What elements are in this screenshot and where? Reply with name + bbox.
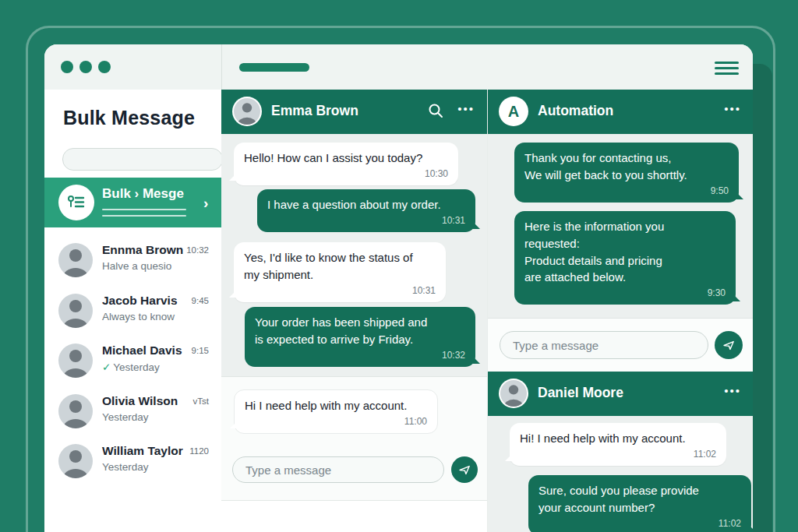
chat-title: Emma Brown xyxy=(271,103,358,119)
contact-preview-text: Yesterday xyxy=(113,361,160,373)
avatar xyxy=(499,379,528,408)
hamburger-menu-icon[interactable] xyxy=(715,62,739,78)
chat-menu-icon[interactable]: ••• xyxy=(724,102,741,115)
message-text: I have a question about my order. xyxy=(267,198,441,211)
contact-time: 9:15 xyxy=(192,346,209,355)
message-area-automation: Thank you for contacting us, We will get… xyxy=(488,134,753,318)
message-text: Hello! How can I assist you today? xyxy=(244,151,422,164)
contact-name: Ennma Brown xyxy=(102,243,183,257)
message-text: Thank you for contacting us, We will get… xyxy=(524,151,687,181)
chat-header-daniel: Daniel Moore ••• xyxy=(488,372,753,416)
message-time: 11:02 xyxy=(520,448,716,461)
contact-preview: ✓Yesterday xyxy=(102,361,160,373)
sidebar: Bulk Message Bulk › Mesge › xyxy=(44,90,222,532)
chat-header-automation: A Automation ••• xyxy=(488,90,753,134)
contact-time: 1120 xyxy=(189,446,209,456)
window-control-dots[interactable] xyxy=(61,61,111,73)
avatar xyxy=(232,97,262,126)
avatar xyxy=(58,444,93,478)
topbar-divider xyxy=(221,44,222,90)
page-title: Bulk Message xyxy=(63,107,195,129)
message-input-emma[interactable] xyxy=(232,456,444,483)
contact-preview: Yesterday xyxy=(102,461,149,473)
window-dot-icon[interactable] xyxy=(79,61,92,73)
banner-underline xyxy=(102,215,186,217)
message-text: Here is the information you requested: P… xyxy=(524,220,664,284)
contact-name: Michael Davis xyxy=(102,344,182,358)
contact-time: 9:45 xyxy=(192,296,209,305)
chat-title: Automation xyxy=(538,103,613,119)
window-dot-icon[interactable] xyxy=(98,61,111,73)
avatar xyxy=(58,243,93,277)
desktop-background: Bulk Message Bulk › Mesge › xyxy=(0,0,798,532)
chevron-right-icon[interactable]: › xyxy=(203,195,208,212)
contact-row-emma[interactable]: Ennma Brown 10:32 Halve a quesio xyxy=(44,236,221,287)
message-time: 9:30 xyxy=(524,287,726,300)
message-time: 11:00 xyxy=(245,415,427,428)
chat-menu-icon[interactable]: ••• xyxy=(724,384,741,397)
message-input-automation[interactable] xyxy=(500,331,708,359)
message-bubble: Here is the information you requested: P… xyxy=(514,211,736,305)
contact-preview: Halve a quesio xyxy=(102,260,171,272)
input-row-automation xyxy=(488,318,753,372)
contact-name: William Taylor xyxy=(102,444,183,458)
contact-time: vTst xyxy=(193,396,209,406)
message-bubble: Thank you for contacting us, We will get… xyxy=(514,143,739,203)
message-time: 10:30 xyxy=(244,167,448,181)
send-button[interactable] xyxy=(715,331,743,359)
message-area-emma: Hello! How can I assist you today?10:30 … xyxy=(221,134,487,376)
chat-panel-emma: Emma Brown ••• Hello! How can I assist y… xyxy=(221,90,487,532)
message-area-emma-extra: Hi I need help with my account.11:00 xyxy=(221,376,487,501)
message-text: Sure, could you please provide your acco… xyxy=(538,484,699,514)
message-time: 10:32 xyxy=(255,349,465,362)
message-bubble: Hi! I need help with my account.11:02 xyxy=(510,423,726,466)
right-panel: A Automation ••• Thank you for contactin… xyxy=(487,90,753,532)
message-time: 11:02 xyxy=(538,517,741,530)
send-button[interactable] xyxy=(451,456,478,483)
message-time: 10:31 xyxy=(244,284,436,298)
sidebar-search-input[interactable] xyxy=(62,148,223,171)
message-text: Your order has been shipped and is expec… xyxy=(255,315,427,346)
contact-row-jacob[interactable]: Jacob Harvis 9:45 Always to know xyxy=(44,287,221,337)
message-bubble: Your order has been shipped and is expec… xyxy=(245,307,475,367)
check-icon: ✓ xyxy=(102,361,111,373)
address-pill xyxy=(239,63,309,72)
avatar xyxy=(58,394,93,428)
chat-title: Daniel Moore xyxy=(538,385,623,401)
message-bubble: Yes, I'd like to know the status of my s… xyxy=(234,242,446,302)
browser-topbar xyxy=(44,44,753,90)
window-dot-icon[interactable] xyxy=(61,61,73,73)
banner-underline xyxy=(102,209,186,210)
avatar xyxy=(58,344,93,378)
message-time: 10:31 xyxy=(267,214,465,227)
message-bubble: Sure, could you please provide your acco… xyxy=(528,475,751,532)
message-bubble: Hi I need help with my account.11:00 xyxy=(234,389,438,434)
chat-header-emma: Emma Brown ••• xyxy=(221,90,487,134)
message-bubble: Hello! How can I assist you today?10:30 xyxy=(234,143,458,185)
message-text: Hi I need help with my account. xyxy=(245,399,407,412)
avatar xyxy=(58,294,93,328)
search-icon[interactable] xyxy=(428,103,443,122)
message-text: Yes, I'd like to know the status of my s… xyxy=(244,251,413,281)
message-time: 9:50 xyxy=(524,185,729,198)
contact-name: Olivia Wilson xyxy=(102,394,178,408)
automation-avatar-letter: A xyxy=(508,103,519,121)
bulk-message-banner[interactable]: Bulk › Mesge › xyxy=(44,178,221,227)
chat-menu-icon[interactable]: ••• xyxy=(457,102,475,115)
contact-preview: Yesterday xyxy=(102,411,149,423)
contact-row-michael[interactable]: Michael Davis 9:15 ✓Yesterday xyxy=(44,336,221,387)
contact-preview: Always to know xyxy=(102,311,175,322)
bulk-key-icon xyxy=(58,185,94,220)
message-area-daniel: Hi! I need help with my account.11:02 Su… xyxy=(488,416,753,532)
message-bubble: I have a question about my order.10:31 xyxy=(257,189,475,232)
bulk-banner-label: Bulk › Mesge xyxy=(102,186,184,202)
contact-row-olivia[interactable]: Olivia Wilson vTst Yesterday xyxy=(44,387,221,438)
contact-time: 10:32 xyxy=(186,245,209,255)
contact-list: Ennma Brown 10:32 Halve a quesio Jacob H… xyxy=(44,236,221,488)
contact-name: Jacob Harvis xyxy=(102,294,178,308)
app-window: Bulk Message Bulk › Mesge › xyxy=(44,44,753,532)
message-text: Hi! I need help with my account. xyxy=(520,432,686,445)
contact-row-william[interactable]: William Taylor 1120 Yesterday xyxy=(44,437,221,488)
automation-avatar: A xyxy=(499,97,528,126)
